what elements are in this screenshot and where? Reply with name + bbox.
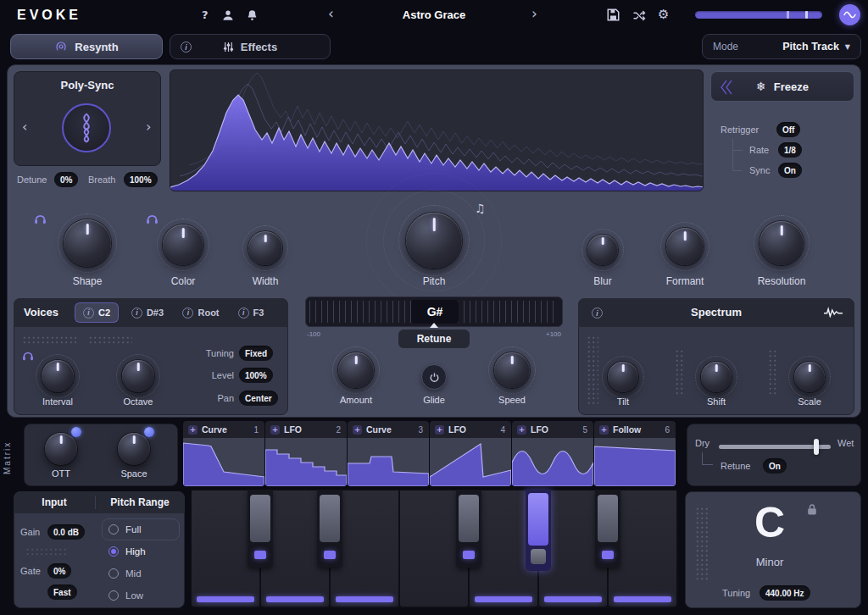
width-knob[interactable] xyxy=(248,231,282,265)
mod-curve-display[interactable] xyxy=(594,438,676,486)
mod-add-icon[interactable]: + xyxy=(270,425,280,435)
mod-curve-display[interactable] xyxy=(265,438,347,486)
master-slider[interactable] xyxy=(695,11,822,19)
range-label-full[interactable]: Full xyxy=(125,524,142,535)
waveform-icon[interactable] xyxy=(824,307,843,318)
next-preset-button[interactable]: › xyxy=(531,5,537,22)
breath-value[interactable]: 100% xyxy=(124,172,158,187)
bell-icon[interactable] xyxy=(247,9,258,25)
effects-info-icon[interactable]: i xyxy=(181,42,192,53)
drywet-slider-handle[interactable] xyxy=(814,439,819,455)
shape-knob[interactable] xyxy=(64,219,111,267)
poly-sync-prev-arrow[interactable]: ‹ xyxy=(22,119,27,135)
black-key-dsharp[interactable] xyxy=(317,490,342,568)
range-radio-mid[interactable] xyxy=(108,568,119,579)
mod-indicator[interactable] xyxy=(71,427,81,437)
amount-knob[interactable] xyxy=(338,352,374,388)
mod-slot-5[interactable]: +LFO5 xyxy=(512,421,593,486)
interval-knob[interactable] xyxy=(42,360,74,392)
resynth-tab[interactable]: Resynth xyxy=(10,34,163,59)
mod-slot-4[interactable]: +LFO4 xyxy=(430,421,511,486)
tuning-value[interactable]: 440.00 Hz xyxy=(760,585,810,601)
mod-add-icon[interactable]: + xyxy=(599,425,609,435)
randomize-icon[interactable] xyxy=(632,9,646,25)
black-key-fsharp[interactable] xyxy=(456,490,481,568)
voice-info-icon[interactable]: i xyxy=(131,308,142,319)
mod-slot-1[interactable]: +Curve1 xyxy=(183,421,264,486)
shift-knob[interactable] xyxy=(701,362,732,392)
tilt-knob[interactable] xyxy=(608,362,638,392)
voice-info-icon[interactable]: i xyxy=(182,308,193,319)
matrix-retune-value[interactable]: On xyxy=(763,458,787,474)
range-label-low[interactable]: Low xyxy=(125,590,143,601)
retune-tab[interactable]: Retune xyxy=(398,330,470,348)
rate-value[interactable]: 1/8 xyxy=(778,142,802,158)
freeze-button[interactable]: ❄ Freeze xyxy=(710,71,854,102)
mod-slot-2[interactable]: +LFO2 xyxy=(265,421,347,486)
octave-knob[interactable] xyxy=(122,360,154,392)
mod-curve-display[interactable] xyxy=(430,438,511,486)
mod-indicator[interactable] xyxy=(144,427,154,437)
help-button[interactable]: ? xyxy=(202,8,209,21)
gain-value[interactable]: 0.0 dB xyxy=(47,524,85,540)
range-radio-full[interactable] xyxy=(108,524,119,535)
headphone-icon[interactable] xyxy=(146,213,159,224)
range-radio-low[interactable] xyxy=(108,590,119,601)
poly-sync-next-arrow[interactable]: › xyxy=(146,119,151,135)
headphone-icon[interactable] xyxy=(22,351,34,361)
resolution-knob[interactable] xyxy=(760,221,804,265)
range-radio-high[interactable] xyxy=(108,546,119,557)
mod-curve-display[interactable] xyxy=(512,438,593,486)
black-key-csharp[interactable] xyxy=(248,490,273,568)
ott-knob[interactable] xyxy=(45,433,77,465)
mod-slot-3[interactable]: +Curve3 xyxy=(348,421,429,486)
save-icon[interactable] xyxy=(607,8,620,25)
black-key-gsharp-active[interactable] xyxy=(526,490,551,571)
gate-value[interactable]: 0% xyxy=(47,563,71,579)
range-label-high[interactable]: High xyxy=(125,546,146,557)
voice-info-icon[interactable]: i xyxy=(238,308,249,319)
mod-slot-6[interactable]: +Follow6 xyxy=(594,421,676,486)
blur-knob[interactable] xyxy=(587,235,618,265)
voice-tab-c2[interactable]: i C2 xyxy=(75,302,119,323)
formant-knob[interactable] xyxy=(666,228,704,265)
pan-param-value[interactable]: Center xyxy=(239,391,278,406)
speed-knob[interactable] xyxy=(494,352,530,388)
range-label-mid[interactable]: Mid xyxy=(125,568,142,579)
gate-speed-toggle[interactable]: Fast xyxy=(47,585,77,600)
voice-info-icon[interactable]: i xyxy=(83,308,94,319)
mode-dropdown[interactable]: Mode Pitch Track ▼ xyxy=(702,34,861,59)
preset-name[interactable]: Astro Grace xyxy=(366,8,502,21)
mod-add-icon[interactable]: + xyxy=(435,425,444,435)
tuning-param-value[interactable]: Fixed xyxy=(239,346,273,361)
mod-curve-display[interactable] xyxy=(183,438,264,486)
scale-knob[interactable] xyxy=(794,362,825,392)
voice-tab-root[interactable]: i Root xyxy=(176,302,225,323)
retrigger-value[interactable]: Off xyxy=(776,122,800,137)
prev-preset-button[interactable]: ‹ xyxy=(328,5,334,22)
drywet-slider[interactable] xyxy=(719,445,831,449)
pitch-knob[interactable] xyxy=(406,213,462,269)
mod-add-icon[interactable]: + xyxy=(353,425,362,435)
color-knob[interactable] xyxy=(163,224,203,265)
glide-power-button[interactable] xyxy=(421,364,447,390)
black-key-asharp[interactable] xyxy=(595,490,620,568)
mod-curve-display[interactable] xyxy=(348,438,429,486)
poly-sync-selector[interactable] xyxy=(62,103,111,152)
sine-mode-button[interactable] xyxy=(839,4,860,25)
headphone-icon[interactable] xyxy=(34,213,47,224)
scale-value[interactable]: Minor xyxy=(719,556,821,568)
detune-value[interactable]: 0% xyxy=(54,172,78,187)
user-icon[interactable] xyxy=(222,9,234,25)
sync-value[interactable]: On xyxy=(778,163,802,178)
space-knob[interactable] xyxy=(118,433,150,465)
settings-gear-icon[interactable]: ⚙ xyxy=(658,7,669,22)
mod-add-icon[interactable]: + xyxy=(188,425,198,435)
master-slider-handle[interactable] xyxy=(805,11,808,19)
mod-add-icon[interactable]: + xyxy=(517,425,526,435)
root-key-value[interactable]: C xyxy=(719,498,821,547)
effects-tab[interactable]: i Effects xyxy=(170,34,331,59)
voice-tab-f3[interactable]: i F3 xyxy=(231,302,271,323)
voice-tab-dsharp3[interactable]: i D#3 xyxy=(124,302,171,323)
level-param-value[interactable]: 100% xyxy=(239,368,273,383)
